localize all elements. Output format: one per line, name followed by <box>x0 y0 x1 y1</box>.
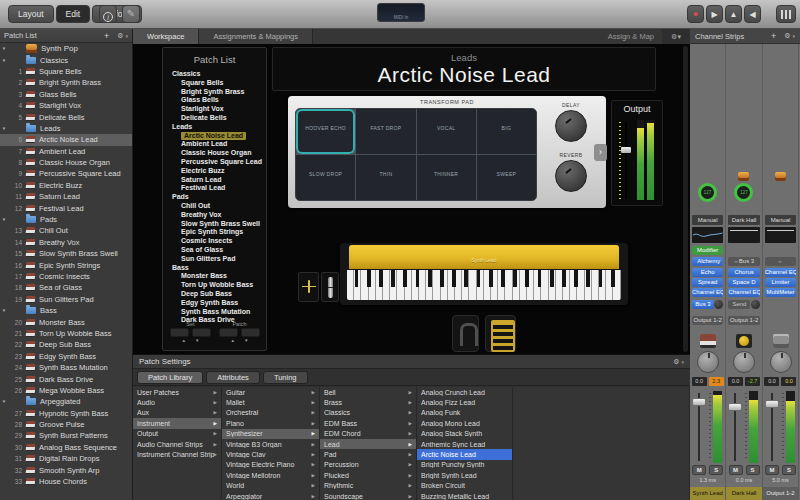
patch-list-row[interactable]: ▼ 6 Arctic Noise Lead <box>0 134 132 145</box>
info-button[interactable]: i <box>99 5 117 23</box>
solo-button[interactable]: S <box>782 465 796 475</box>
disclosure-triangle-icon[interactable]: ▼ <box>0 58 8 63</box>
patch-list-row[interactable]: ▼ 10 Electric Buzz <box>0 180 132 191</box>
onscreen-patch-row[interactable]: Monster Bass <box>163 272 266 281</box>
onscreen-patch-row[interactable]: Deep Sub Bass <box>163 290 266 299</box>
fader-cap[interactable] <box>692 398 706 406</box>
knob[interactable] <box>555 160 587 192</box>
browser-item[interactable]: EDM Bass▶ <box>320 418 416 428</box>
browser-item[interactable]: Anthemic Sync Lead <box>417 439 512 449</box>
transport-button[interactable]: ● <box>687 5 704 23</box>
disclosure-triangle-icon[interactable]: ▼ <box>0 126 8 131</box>
tab-workspace[interactable]: Workspace <box>133 29 199 44</box>
input-slot[interactable]: Alchemy <box>692 257 723 266</box>
transport-button[interactable]: ◀ <box>744 5 761 23</box>
eq-thumbnail[interactable] <box>728 227 759 243</box>
transform-pad-cell[interactable]: VOCAL <box>417 109 476 154</box>
modifier-button[interactable]: Modifier <box>692 246 723 255</box>
knob[interactable] <box>555 110 587 142</box>
add-patch-icon[interactable]: + <box>104 31 109 41</box>
tab-assignments-mappings[interactable]: Assignments & Mappings <box>199 29 313 44</box>
insert-slot[interactable]: Channel EQ <box>765 268 796 277</box>
browser-item[interactable]: Vintage Clav▶ <box>222 449 319 459</box>
onscreen-patch-row[interactable]: Pads <box>163 193 266 202</box>
browser-item[interactable]: Analog Funk <box>417 408 512 418</box>
fader-cap[interactable] <box>728 403 742 411</box>
gear-icon[interactable]: ⚙ <box>784 32 790 40</box>
patch-list-row[interactable]: ▼ 26 Mega Wobble Bass <box>0 385 132 396</box>
browser-item[interactable]: Lead▶ <box>320 439 416 449</box>
set-button[interactable] <box>170 328 189 337</box>
patch-list-row[interactable]: ▼ 20 Monster Bass <box>0 316 132 327</box>
gear-icon[interactable]: ⚙ <box>673 358 679 366</box>
onscreen-patch-row[interactable]: Slow Synth Brass Swell <box>163 220 266 229</box>
browser-item[interactable]: Mallet▶ <box>222 397 319 407</box>
onscreen-patch-row[interactable]: Bright Synth Brass <box>163 88 266 97</box>
patch-list-row[interactable]: ▼ 15 Slow Synth Brass Swell <box>0 248 132 259</box>
onscreen-patch-row[interactable]: Torn Up Wobble Bass <box>163 281 266 290</box>
transform-pad-cell[interactable]: SLOW DROP <box>296 155 355 200</box>
channel-fader[interactable] <box>728 391 742 463</box>
browser-item[interactable]: Piano▶ <box>222 418 319 428</box>
pan-knob[interactable] <box>733 351 755 373</box>
patch-list-row[interactable]: ▼ 24 Synth Bass Mutation <box>0 362 132 373</box>
settings-tab[interactable]: Tuning <box>263 371 308 384</box>
browser-item[interactable]: Broken Circuit <box>417 481 512 491</box>
patch-list-row[interactable]: ▼ 29 Synth Burst Patterns <box>0 430 132 441</box>
transform-pad-cell[interactable]: FAST DROP <box>356 109 415 154</box>
edit-tool-button[interactable]: ✎ <box>122 5 140 23</box>
browser-item[interactable]: Orchestral▶ <box>222 408 319 418</box>
output-slot[interactable]: Output 1-2 <box>728 316 759 325</box>
midi-activity-knob[interactable]: 127 <box>698 183 717 202</box>
patch-list-row[interactable]: ▼ 7 Ambient Lead <box>0 146 132 157</box>
mod-wheel[interactable] <box>321 272 339 302</box>
insert-slot[interactable]: Channel EQ <box>728 288 759 297</box>
eq-thumbnail[interactable] <box>692 227 723 243</box>
settings-tab[interactable]: Patch Library <box>137 371 203 384</box>
send-knob[interactable] <box>714 300 723 309</box>
gain-value[interactable]: 2.3 <box>709 377 724 386</box>
onscreen-patch-row[interactable]: Bass <box>163 264 266 273</box>
volume-value[interactable]: 0.0 <box>728 377 743 386</box>
disclosure-triangle-icon[interactable]: ▼ <box>0 399 8 404</box>
disclosure-triangle-icon[interactable]: ▼ <box>0 308 8 313</box>
patch-list-row[interactable]: ▼ 23 Edgy Synth Bass <box>0 351 132 362</box>
set-button[interactable] <box>192 328 211 337</box>
browser-item[interactable]: Vintage Mellotron▶ <box>222 470 319 480</box>
channel-fader[interactable] <box>765 391 779 463</box>
mute-button[interactable]: M <box>729 465 743 475</box>
keyboard-keys[interactable] <box>347 270 621 300</box>
patch-list-row[interactable]: ▼ 8 Classic House Organ <box>0 157 132 168</box>
send-slot[interactable]: Send <box>728 300 750 309</box>
patch-list-row[interactable]: ▼ Arpeggiated <box>0 396 132 407</box>
patch-list-row[interactable]: ▼ 27 Hypnotic Synth Bass <box>0 408 132 419</box>
expression-pedal[interactable] <box>485 315 516 352</box>
insert-slot[interactable]: Spread <box>692 278 723 287</box>
browser-item[interactable]: Vintage B3 Organ▶ <box>222 439 319 449</box>
settings-tab[interactable]: Attributes <box>206 371 260 384</box>
onscreen-patch-row[interactable]: Electric Buzz <box>163 167 266 176</box>
patch-list-row[interactable]: ▼ 32 Smooth Synth Arp <box>0 464 132 475</box>
browser-item[interactable]: Buzzing Metallic Lead <box>417 491 512 500</box>
browser-item[interactable]: Brass▶ <box>320 397 416 407</box>
onscreen-patch-row[interactable]: Arctic Noise Lead <box>163 132 266 141</box>
insert-slot[interactable]: Chorus <box>728 268 759 277</box>
sustain-pedal[interactable] <box>452 315 479 352</box>
browser-item[interactable]: Analog Fizz Lead <box>417 397 512 407</box>
browser-item[interactable]: Synthesizer▶ <box>222 429 319 439</box>
patch-list-row[interactable]: ▼ Bass <box>0 305 132 316</box>
onscreen-patch-row[interactable]: Synth Bass Mutation <box>163 308 266 317</box>
patch-list-row[interactable]: ▼ 14 Breathy Vox <box>0 237 132 248</box>
browser-item[interactable]: Analog Crunch Lead <box>417 387 512 397</box>
mode-button[interactable]: Edit <box>56 5 91 23</box>
mixer-toggle-button[interactable] <box>776 5 796 23</box>
gain-value[interactable]: -2.7 <box>745 377 760 386</box>
onscreen-patch-row[interactable]: Classics <box>163 70 266 79</box>
insert-slot[interactable]: MultiMeter <box>765 288 796 297</box>
browser-item[interactable]: Percussion▶ <box>320 460 416 470</box>
onscreen-patch-row[interactable]: Percussive Square Lead <box>163 158 266 167</box>
input-slot[interactable]: ○○Bus 3 <box>728 257 759 266</box>
patch-button[interactable] <box>241 328 260 337</box>
transport-button[interactable]: ▲ <box>725 5 742 23</box>
browser-item[interactable]: Guitar▶ <box>222 387 319 397</box>
